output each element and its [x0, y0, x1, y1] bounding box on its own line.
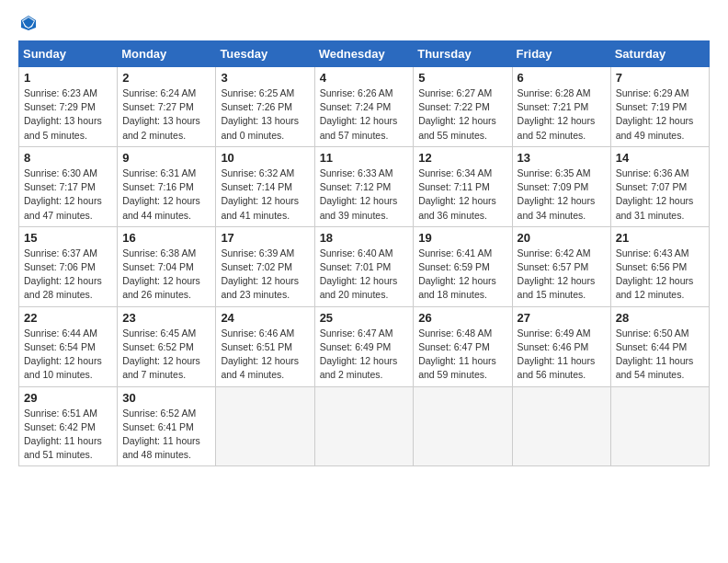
calendar-day-cell: 13Sunrise: 6:35 AM Sunset: 7:09 PM Dayli…	[512, 146, 610, 226]
calendar-week-row: 22Sunrise: 6:44 AM Sunset: 6:54 PM Dayli…	[19, 306, 710, 386]
calendar-header-row: SundayMondayTuesdayWednesdayThursdayFrid…	[19, 41, 710, 67]
day-number: 7	[616, 71, 704, 85]
empty-cell	[512, 386, 610, 466]
day-info: Sunrise: 6:27 AM Sunset: 7:22 PM Dayligh…	[418, 86, 506, 143]
calendar-day-cell: 28Sunrise: 6:50 AM Sunset: 6:44 PM Dayli…	[610, 306, 709, 386]
day-number: 29	[24, 391, 112, 405]
day-number: 20	[518, 231, 606, 245]
day-number: 24	[221, 311, 309, 325]
day-number: 12	[418, 151, 506, 165]
calendar-day-cell: 14Sunrise: 6:36 AM Sunset: 7:07 PM Dayli…	[610, 146, 709, 226]
day-info: Sunrise: 6:26 AM Sunset: 7:24 PM Dayligh…	[320, 86, 409, 143]
day-info: Sunrise: 6:25 AM Sunset: 7:26 PM Dayligh…	[221, 86, 309, 143]
day-of-week-header: Wednesday	[314, 41, 414, 67]
calendar-day-cell: 22Sunrise: 6:44 AM Sunset: 6:54 PM Dayli…	[19, 306, 118, 386]
day-of-week-header: Sunday	[19, 41, 118, 67]
calendar-day-cell: 24Sunrise: 6:46 AM Sunset: 6:51 PM Dayli…	[216, 306, 314, 386]
day-info: Sunrise: 6:48 AM Sunset: 6:47 PM Dayligh…	[418, 327, 506, 383]
day-info: Sunrise: 6:31 AM Sunset: 7:16 PM Dayligh…	[122, 167, 210, 223]
day-info: Sunrise: 6:47 AM Sunset: 6:49 PM Dayligh…	[320, 327, 409, 383]
day-number: 14	[616, 151, 704, 165]
day-info: Sunrise: 6:40 AM Sunset: 7:01 PM Dayligh…	[320, 247, 409, 303]
calendar-week-row: 1Sunrise: 6:23 AM Sunset: 7:29 PM Daylig…	[19, 67, 710, 147]
day-number: 9	[122, 151, 210, 165]
day-number: 3	[221, 71, 309, 85]
day-number: 11	[320, 151, 409, 165]
calendar-day-cell: 1Sunrise: 6:23 AM Sunset: 7:29 PM Daylig…	[19, 67, 118, 147]
day-number: 28	[616, 311, 704, 325]
empty-cell	[314, 386, 414, 466]
calendar-day-cell: 16Sunrise: 6:38 AM Sunset: 7:04 PM Dayli…	[118, 226, 216, 306]
calendar-day-cell: 18Sunrise: 6:40 AM Sunset: 7:01 PM Dayli…	[314, 226, 414, 306]
calendar-day-cell: 8Sunrise: 6:30 AM Sunset: 7:17 PM Daylig…	[19, 146, 118, 226]
calendar-day-cell: 17Sunrise: 6:39 AM Sunset: 7:02 PM Dayli…	[216, 226, 314, 306]
day-number: 18	[320, 231, 409, 245]
day-info: Sunrise: 6:35 AM Sunset: 7:09 PM Dayligh…	[518, 167, 606, 223]
day-info: Sunrise: 6:39 AM Sunset: 7:02 PM Dayligh…	[221, 247, 309, 303]
calendar-table: SundayMondayTuesdayWednesdayThursdayFrid…	[18, 40, 710, 466]
calendar-week-row: 15Sunrise: 6:37 AM Sunset: 7:06 PM Dayli…	[19, 226, 710, 306]
logo	[18, 15, 37, 31]
day-number: 17	[221, 231, 309, 245]
calendar-week-row: 8Sunrise: 6:30 AM Sunset: 7:17 PM Daylig…	[19, 146, 710, 226]
day-info: Sunrise: 6:42 AM Sunset: 6:57 PM Dayligh…	[518, 247, 606, 303]
day-info: Sunrise: 6:33 AM Sunset: 7:12 PM Dayligh…	[320, 167, 409, 223]
day-number: 23	[122, 311, 210, 325]
page-header	[18, 15, 710, 31]
day-of-week-header: Monday	[118, 41, 216, 67]
calendar-day-cell: 15Sunrise: 6:37 AM Sunset: 7:06 PM Dayli…	[19, 226, 118, 306]
day-number: 10	[221, 151, 309, 165]
day-of-week-header: Friday	[512, 41, 610, 67]
day-info: Sunrise: 6:29 AM Sunset: 7:19 PM Dayligh…	[616, 86, 704, 143]
day-info: Sunrise: 6:23 AM Sunset: 7:29 PM Dayligh…	[24, 86, 112, 143]
calendar-day-cell: 21Sunrise: 6:43 AM Sunset: 6:56 PM Dayli…	[610, 226, 709, 306]
logo-flag-icon	[20, 15, 37, 31]
day-number: 8	[24, 151, 112, 165]
day-info: Sunrise: 6:34 AM Sunset: 7:11 PM Dayligh…	[418, 167, 506, 223]
calendar-day-cell: 23Sunrise: 6:45 AM Sunset: 6:52 PM Dayli…	[118, 306, 216, 386]
day-info: Sunrise: 6:50 AM Sunset: 6:44 PM Dayligh…	[616, 327, 704, 383]
empty-cell	[414, 386, 512, 466]
day-number: 19	[418, 231, 506, 245]
day-number: 5	[418, 71, 506, 85]
empty-cell	[216, 386, 314, 466]
calendar-day-cell: 25Sunrise: 6:47 AM Sunset: 6:49 PM Dayli…	[314, 306, 414, 386]
calendar-day-cell: 10Sunrise: 6:32 AM Sunset: 7:14 PM Dayli…	[216, 146, 314, 226]
calendar-day-cell: 26Sunrise: 6:48 AM Sunset: 6:47 PM Dayli…	[414, 306, 512, 386]
day-info: Sunrise: 6:36 AM Sunset: 7:07 PM Dayligh…	[616, 167, 704, 223]
day-number: 30	[122, 391, 210, 405]
calendar-day-cell: 27Sunrise: 6:49 AM Sunset: 6:46 PM Dayli…	[512, 306, 610, 386]
day-info: Sunrise: 6:49 AM Sunset: 6:46 PM Dayligh…	[518, 327, 606, 383]
day-info: Sunrise: 6:52 AM Sunset: 6:41 PM Dayligh…	[122, 407, 210, 463]
calendar-day-cell: 6Sunrise: 6:28 AM Sunset: 7:21 PM Daylig…	[512, 67, 610, 147]
day-number: 22	[24, 311, 112, 325]
calendar-day-cell: 20Sunrise: 6:42 AM Sunset: 6:57 PM Dayli…	[512, 226, 610, 306]
day-number: 13	[518, 151, 606, 165]
empty-cell	[610, 386, 709, 466]
calendar-day-cell: 3Sunrise: 6:25 AM Sunset: 7:26 PM Daylig…	[216, 67, 314, 147]
calendar-day-cell: 4Sunrise: 6:26 AM Sunset: 7:24 PM Daylig…	[314, 67, 414, 147]
day-info: Sunrise: 6:32 AM Sunset: 7:14 PM Dayligh…	[221, 167, 309, 223]
day-info: Sunrise: 6:45 AM Sunset: 6:52 PM Dayligh…	[122, 327, 210, 383]
calendar-day-cell: 19Sunrise: 6:41 AM Sunset: 6:59 PM Dayli…	[414, 226, 512, 306]
day-info: Sunrise: 6:41 AM Sunset: 6:59 PM Dayligh…	[418, 247, 506, 303]
day-info: Sunrise: 6:28 AM Sunset: 7:21 PM Dayligh…	[518, 86, 606, 143]
calendar-day-cell: 9Sunrise: 6:31 AM Sunset: 7:16 PM Daylig…	[118, 146, 216, 226]
calendar-day-cell: 2Sunrise: 6:24 AM Sunset: 7:27 PM Daylig…	[118, 67, 216, 147]
day-info: Sunrise: 6:44 AM Sunset: 6:54 PM Dayligh…	[24, 327, 112, 383]
day-info: Sunrise: 6:30 AM Sunset: 7:17 PM Dayligh…	[24, 167, 112, 223]
day-info: Sunrise: 6:24 AM Sunset: 7:27 PM Dayligh…	[122, 86, 210, 143]
day-number: 25	[320, 311, 409, 325]
calendar-day-cell: 29Sunrise: 6:51 AM Sunset: 6:42 PM Dayli…	[19, 386, 118, 466]
day-number: 1	[24, 71, 112, 85]
day-number: 4	[320, 71, 409, 85]
calendar-day-cell: 11Sunrise: 6:33 AM Sunset: 7:12 PM Dayli…	[314, 146, 414, 226]
day-info: Sunrise: 6:51 AM Sunset: 6:42 PM Dayligh…	[24, 407, 112, 463]
day-number: 6	[518, 71, 606, 85]
day-info: Sunrise: 6:38 AM Sunset: 7:04 PM Dayligh…	[122, 247, 210, 303]
calendar-day-cell: 5Sunrise: 6:27 AM Sunset: 7:22 PM Daylig…	[414, 67, 512, 147]
calendar-day-cell: 12Sunrise: 6:34 AM Sunset: 7:11 PM Dayli…	[414, 146, 512, 226]
day-number: 2	[122, 71, 210, 85]
day-number: 16	[122, 231, 210, 245]
day-of-week-header: Thursday	[414, 41, 512, 67]
